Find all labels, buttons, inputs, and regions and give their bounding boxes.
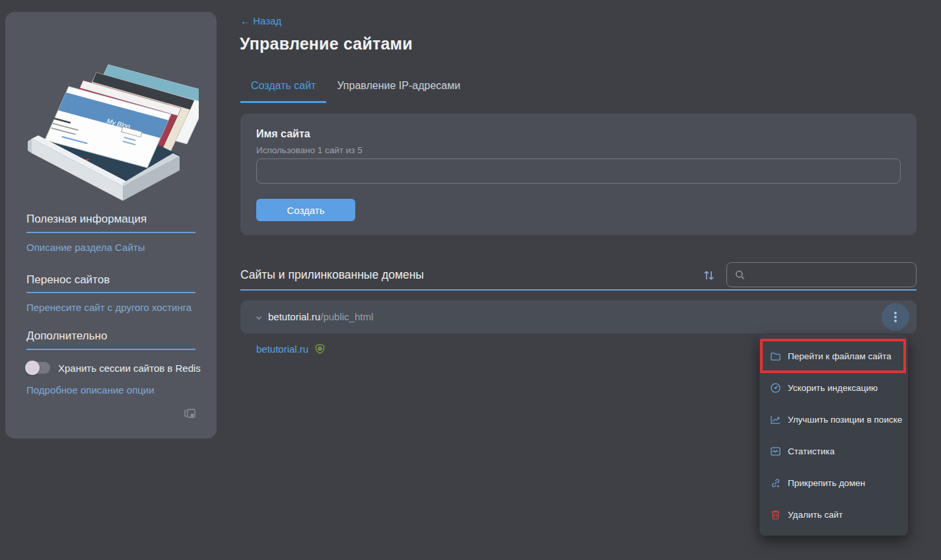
menu-item-attach-domain[interactable]: Прикрепить домен [759, 467, 908, 499]
divider [240, 289, 917, 291]
search-input[interactable] [750, 269, 908, 281]
search-box[interactable] [726, 262, 917, 287]
site-actions-button[interactable] [882, 303, 909, 331]
linked-domain-row: betutorial.ru [256, 343, 326, 355]
link-plus-icon [770, 477, 781, 489]
sidebar-info-heading: Полезная информация [26, 213, 195, 226]
menu-item-delete-site[interactable]: Удалить сайт [759, 499, 908, 530]
ssl-shield-icon[interactable] [314, 343, 326, 355]
folder-icon [770, 351, 781, 362]
sort-icon[interactable] [701, 267, 717, 283]
chart-up-icon [770, 414, 781, 425]
redis-toggle[interactable] [26, 362, 50, 374]
search-icon [735, 269, 745, 281]
sidebar-extra-heading: Дополнительно [26, 330, 195, 343]
chevron-down-icon[interactable] [255, 312, 263, 324]
sidebar-info-link[interactable]: Описание раздела Сайты [26, 242, 145, 253]
create-button[interactable]: Создать [256, 199, 355, 221]
site-row[interactable]: betutorial.ru/public_html [240, 300, 917, 333]
back-link[interactable]: ← Назад [240, 15, 281, 26]
domain-link[interactable]: betutorial.ru [256, 343, 308, 355]
tabs: Создать сайт Управление IP-адресами [240, 77, 471, 103]
divider [26, 349, 195, 350]
create-site-card: Имя сайта Использовано 1 сайт из 5 Созда… [240, 114, 917, 235]
site-name-input[interactable] [256, 158, 901, 184]
sites-section-heading: Сайты и прилинкованные домены [240, 268, 424, 282]
page-title: Управление сайтами [240, 34, 413, 53]
trash-icon [770, 509, 781, 520]
stats-icon [770, 446, 781, 457]
divider [26, 232, 195, 233]
divider [26, 292, 195, 293]
sidebar-transfer-heading: Перенос сайтов [26, 273, 195, 287]
menu-item-stats[interactable]: Статистика [759, 435, 908, 467]
site-name-label: Имя сайта [256, 128, 310, 140]
site-context-menu: Перейти к файлам сайта Ускорить индексац… [759, 335, 908, 536]
sidebar-redis-link[interactable]: Подробное описание опции [26, 384, 155, 396]
menu-item-indexing[interactable]: Ускорить индексацию [759, 372, 908, 403]
site-path-label: betutorial.ru/public_html [268, 311, 373, 322]
sidebar-transfer-link[interactable]: Перенесите сайт с другого хостинга [26, 302, 192, 313]
tab-create-site[interactable]: Создать сайт [240, 77, 326, 103]
tab-ip-management[interactable]: Управление IP-адресами [326, 77, 471, 103]
usage-note: Использовано 1 сайт из 5 [256, 145, 363, 155]
redis-toggle-label: Хранить сессии сайтов в Redis [58, 363, 201, 374]
panel-settings-icon[interactable] [184, 407, 197, 423]
sidebar-panel: My Blog Полезная информация Описание раз… [5, 12, 217, 438]
websites-rack-illustration: My Blog [24, 62, 199, 207]
menu-item-files[interactable]: Перейти к файлам сайта [759, 340, 908, 372]
menu-item-seo[interactable]: Улучшить позиции в поиске [759, 403, 908, 435]
gauge-icon [770, 382, 781, 394]
